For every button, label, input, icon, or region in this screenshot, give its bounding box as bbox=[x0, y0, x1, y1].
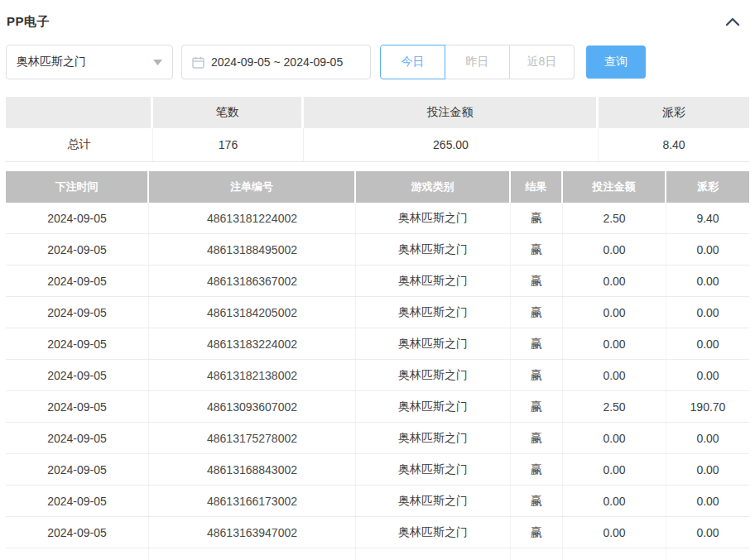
table-row: 2024-09-05 48613093607002 奥林匹斯之门 赢 2.50 … bbox=[6, 391, 749, 423]
result-cell: 赢 bbox=[511, 297, 563, 328]
summary-header-payout: 派彩 bbox=[599, 97, 749, 128]
bet-time-cell: 2024-09-05 bbox=[6, 297, 149, 328]
bet-amount-cell: 0.00 bbox=[563, 360, 666, 390]
bet-time-cell: 2024-09-05 bbox=[6, 454, 149, 485]
bet-amount-cell: 0.00 bbox=[563, 517, 666, 548]
result-cell: 赢 bbox=[511, 266, 563, 296]
game-category-cell: 奥林匹斯之门 bbox=[356, 423, 511, 453]
game-category-cell: 奥林匹斯之门 bbox=[356, 486, 511, 516]
table-row: 2024-09-05 48613186367002 奥林匹斯之门 赢 0.00 … bbox=[6, 266, 749, 297]
game-category-cell: 奥林匹斯之门 bbox=[356, 266, 511, 296]
result-cell: 赢 bbox=[511, 486, 563, 516]
bet-amount-cell: 2.50 bbox=[563, 203, 666, 233]
game-select-value: 奥林匹斯之门 bbox=[17, 55, 86, 69]
payout-cell: 0.00 bbox=[666, 266, 749, 296]
game-category-cell: 奥林匹斯之门 bbox=[356, 203, 511, 233]
table-row: 2024-09-05 48613175278002 奥林匹斯之门 赢 0.00 … bbox=[6, 423, 749, 454]
table-row: 2024-09-05 48613168843002 奥林匹斯之门 赢 0.00 … bbox=[6, 454, 749, 486]
payout-cell: 0.00 bbox=[666, 328, 749, 359]
summary-table: 笔数 投注金额 派彩 总计 176 265.00 8.40 bbox=[6, 97, 749, 162]
bet-amount-cell: 0.00 bbox=[563, 234, 666, 265]
payout-cell: 0.00 bbox=[666, 423, 749, 453]
payout-cell: 190.70 bbox=[666, 391, 749, 422]
game-category-cell: 奥林匹斯之门 bbox=[356, 517, 511, 548]
panel-header: PP电子 bbox=[0, 0, 755, 33]
payout-cell: 0.00 bbox=[666, 297, 749, 328]
payout-cell: 0.00 bbox=[666, 517, 749, 548]
bet-amount-cell: 0.00 bbox=[563, 486, 666, 516]
caret-down-icon bbox=[153, 60, 162, 65]
table-row: 2024-09-05 48613184205002 奥林匹斯之门 赢 0.00 … bbox=[6, 297, 749, 328]
filter-bar: 奥林匹斯之门 2024-09-05 ~ 2024-09-05 今日 昨日 近8日… bbox=[6, 45, 749, 79]
bet-amount-cell: 0.00 bbox=[563, 266, 666, 296]
calendar-icon bbox=[192, 56, 204, 69]
summary-header-count: 笔数 bbox=[153, 97, 304, 128]
bet-amount-cell: 0.00 bbox=[563, 423, 666, 453]
bet-time-cell: 2024-09-05 bbox=[6, 328, 149, 359]
bet-id-cell: 48613168843002 bbox=[149, 454, 356, 485]
summary-header-row: 笔数 投注金额 派彩 bbox=[6, 97, 749, 128]
bet-time-cell: 2024-09-05 bbox=[6, 203, 149, 233]
summary-bet-amount-value: 265.00 bbox=[304, 128, 599, 161]
game-category-cell: 奥林匹斯之门 bbox=[356, 328, 511, 359]
header-result: 结果 bbox=[511, 171, 563, 203]
bet-id-cell: 48613186367002 bbox=[149, 266, 356, 296]
bet-amount-cell: 0.00 bbox=[563, 328, 666, 359]
bet-id-cell: 48613183224002 bbox=[149, 328, 356, 359]
result-cell: 赢 bbox=[511, 454, 563, 485]
bet-amount-cell: 0.00 bbox=[563, 454, 666, 485]
header-game-category: 游戏类别 bbox=[356, 171, 511, 203]
game-category-cell: 奥林匹斯之门 bbox=[356, 360, 511, 390]
table-row: 2024-09-05 48613188495002 奥林匹斯之门 赢 0.00 … bbox=[6, 234, 749, 266]
query-button[interactable]: 查询 bbox=[586, 45, 646, 79]
last-8-days-button[interactable]: 近8日 bbox=[509, 45, 575, 79]
summary-header-bet-amount: 投注金额 bbox=[304, 97, 599, 128]
payout-cell: 0.00 bbox=[666, 360, 749, 390]
summary-total-label: 总计 bbox=[6, 128, 153, 161]
bet-time-cell: 2024-09-05 bbox=[6, 486, 149, 516]
bet-id-cell: 48613182138002 bbox=[149, 360, 356, 390]
game-category-cell: 奥林匹斯之门 bbox=[356, 454, 511, 485]
payout-cell: 9.40 bbox=[666, 203, 749, 233]
result-cell: 赢 bbox=[511, 423, 563, 453]
bet-id-cell: 48613184205002 bbox=[149, 297, 356, 328]
pp-electronic-panel: PP电子 奥林匹斯之门 2024-09-05 ~ 2024- bbox=[0, 0, 755, 560]
collapse-panel-button[interactable] bbox=[724, 12, 742, 31]
bet-id-cell: 48613181224002 bbox=[149, 203, 356, 233]
summary-header-blank bbox=[6, 97, 153, 128]
table-row: 2024-09-05 48613182138002 奥林匹斯之门 赢 0.00 … bbox=[6, 360, 749, 391]
partial-table-row bbox=[6, 548, 749, 560]
header-payout: 派彩 bbox=[666, 171, 749, 203]
summary-total-row: 总计 176 265.00 8.40 bbox=[6, 128, 749, 162]
table-row: 2024-09-05 48613163947002 奥林匹斯之门 赢 0.00 … bbox=[6, 517, 749, 548]
bet-time-cell: 2024-09-05 bbox=[6, 391, 149, 422]
bet-time-cell: 2024-09-05 bbox=[6, 517, 149, 548]
game-select[interactable]: 奥林匹斯之门 bbox=[6, 45, 173, 79]
summary-count-value: 176 bbox=[153, 128, 304, 161]
bet-amount-cell: 0.00 bbox=[563, 297, 666, 328]
header-bet-id: 注单编号 bbox=[149, 171, 356, 203]
header-bet-time: 下注时间 bbox=[6, 171, 149, 203]
yesterday-button[interactable]: 昨日 bbox=[445, 45, 510, 79]
date-range-input[interactable]: 2024-09-05 ~ 2024-09-05 bbox=[181, 45, 371, 79]
result-cell: 赢 bbox=[511, 203, 563, 233]
bet-table-body: 2024-09-05 48613181224002 奥林匹斯之门 赢 2.50 … bbox=[6, 203, 749, 548]
payout-cell: 0.00 bbox=[666, 234, 749, 265]
chevron-up-icon bbox=[725, 17, 740, 26]
table-row: 2024-09-05 48613181224002 奥林匹斯之门 赢 2.50 … bbox=[6, 203, 749, 234]
payout-cell: 0.00 bbox=[666, 454, 749, 485]
game-category-cell: 奥林匹斯之门 bbox=[356, 391, 511, 422]
bet-id-cell: 48613175278002 bbox=[149, 423, 356, 453]
quick-date-button-group: 今日 昨日 近8日 bbox=[380, 45, 575, 79]
header-bet-amount: 投注金额 bbox=[563, 171, 666, 203]
bet-table-header-row: 下注时间 注单编号 游戏类别 结果 投注金额 派彩 bbox=[6, 171, 749, 203]
bet-time-cell: 2024-09-05 bbox=[6, 360, 149, 390]
today-button[interactable]: 今日 bbox=[380, 45, 445, 79]
summary-payout-value: 8.40 bbox=[599, 128, 749, 161]
bet-time-cell: 2024-09-05 bbox=[6, 266, 149, 296]
bet-time-cell: 2024-09-05 bbox=[6, 234, 149, 265]
date-range-value: 2024-09-05 ~ 2024-09-05 bbox=[211, 55, 343, 69]
result-cell: 赢 bbox=[511, 234, 563, 265]
game-category-cell: 奥林匹斯之门 bbox=[356, 234, 511, 265]
table-row: 2024-09-05 48613166173002 奥林匹斯之门 赢 0.00 … bbox=[6, 486, 749, 517]
